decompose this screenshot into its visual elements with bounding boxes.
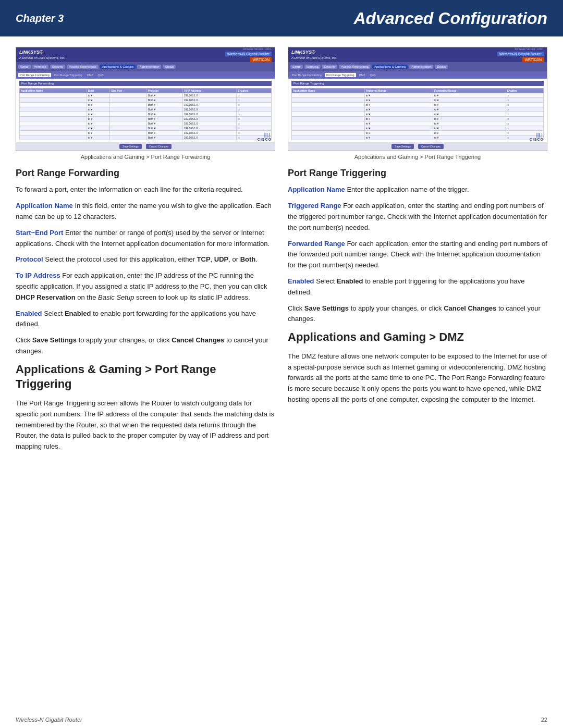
left-screenshot-caption: Applications and Gaming > Port Range For…: [16, 154, 275, 160]
ss-col-end: End Port: [110, 89, 146, 93]
prt-heading: Port Range Triggering: [288, 167, 547, 179]
right-screenshot-caption: Applications and Gaming > Port Range Tri…: [288, 154, 547, 160]
cisco-r-text: CISCO: [530, 138, 544, 141]
ss-left-nav: Setup Wireless Security Access Restricti…: [16, 62, 275, 71]
ss-nav-access: Access Restrictions: [67, 65, 98, 69]
page-title: Advanced Configuration: [353, 9, 547, 28]
table-row: to ¥to ¥□: [292, 103, 544, 107]
prf-term-toip: To IP Address For each application, ente…: [16, 270, 275, 303]
prf-term-toip-label: To IP Address: [16, 272, 60, 279]
table-row: to ¥to ¥□: [292, 135, 544, 140]
ss-r-cancel-btn[interactable]: Cancel Changes: [418, 144, 444, 149]
ss-col-ip: To IP Address: [182, 89, 237, 93]
ss-r-nav-apps: Applications & Gaming: [372, 65, 408, 69]
ss-right-footer: Save Settings Cancel Changes: [288, 142, 547, 151]
table-row: to ¥Both ¥192.168.1.0□: [20, 121, 272, 126]
prf-term-appname: Application Name In this field, enter th…: [16, 201, 275, 223]
table-row: to ¥Both ¥192.168.1.0□: [20, 126, 272, 131]
ss-left-footer: Save Settings Cancel Changes: [16, 142, 275, 151]
ss-sub-prf: Port Range Forwarding: [18, 73, 51, 77]
prt-term-appname: Application Name Enter the application n…: [288, 184, 547, 195]
ss-left-title: Port Range Forwarding: [19, 81, 272, 86]
table-row: to ¥to ¥□: [292, 112, 544, 117]
cisco-bars-icon: |||.|.: [258, 132, 272, 138]
ss-r-nav-setup: Setup: [290, 65, 303, 69]
ss-product-name: Wireless-N Gigabit Router: [225, 52, 272, 56]
ss-nav-apps: Applications & Gaming: [100, 65, 136, 69]
ss-r-nav-security: Security: [322, 65, 338, 69]
prf-save-line: Click Save Settings to apply your change…: [16, 335, 275, 357]
cisco-r-bars-icon: |||.|.: [530, 132, 544, 138]
ss-col-appname: Application Name: [20, 89, 87, 93]
page-header: Chapter 3 Advanced Configuration: [0, 0, 563, 36]
prt-large-intro: The Port Range Triggering screen allows …: [16, 398, 275, 452]
ss-right-cisco: |||.|. CISCO: [530, 132, 544, 141]
prt-term-triggered: Triggered Range For each application, en…: [288, 201, 547, 233]
page-footer: Wireless-N Gigabit Router 22: [0, 717, 563, 723]
ss-nav-setup: Setup: [18, 65, 31, 69]
left-column: LINKSYS®A Division of Cisco Systems, Inc…: [16, 47, 275, 458]
footer-page: 22: [541, 717, 547, 723]
ss-nav-admin: Administration: [137, 65, 161, 69]
table-row: to ¥Both ¥192.168.1.0□: [20, 117, 272, 121]
left-screenshot: LINKSYS®A Division of Cisco Systems, Inc…: [16, 47, 275, 151]
ss-r-nav-access: Access Restrictions: [339, 65, 370, 69]
ss-cancel-btn[interactable]: Cancel Changes: [146, 144, 172, 149]
prf-term-startend: Start~End Port Enter the number or range…: [16, 228, 275, 250]
table-row: to ¥to ¥□: [292, 107, 544, 112]
ss-r-col-forwarded: Forwarded Range: [433, 89, 506, 93]
prf-term-startend-label: Start~End Port: [16, 229, 63, 237]
ss-model: WRT310N: [250, 57, 272, 62]
prt-term-enabled-label: Enabled: [288, 277, 314, 285]
dmz-heading: Applications and Gaming > DMZ: [288, 330, 547, 345]
table-row: to ¥Both ¥192.168.1.0□: [20, 112, 272, 117]
page-content: LINKSYS®A Division of Cisco Systems, Inc…: [0, 36, 563, 488]
ss-left-logo: LINKSYS®A Division of Cisco Systems, Inc…: [19, 50, 65, 60]
ss-nav-wireless: Wireless: [32, 65, 48, 69]
right-screenshot: LINKSYS®A Division of Cisco Systems, Inc…: [288, 47, 547, 151]
table-row: to ¥to ¥□: [292, 121, 544, 126]
ss-r-nav-wireless: Wireless: [304, 65, 321, 69]
port-range-forwarding-section: Port Range Forwarding To forward a port,…: [16, 167, 275, 357]
table-row: to ¥Both ¥192.168.1.0□: [20, 131, 272, 135]
ss-r-sub-dmz: DMZ: [358, 73, 367, 77]
ss-nav-status: Status: [163, 65, 176, 69]
ss-r-sub-prt: Port Range Triggering: [325, 73, 356, 77]
ss-col-start: Start: [87, 89, 110, 93]
ss-r-save-btn[interactable]: Save Settings: [391, 144, 414, 149]
prt-term-enabled: Enabled Select Enabled to enable port tr…: [288, 276, 547, 298]
table-row: to ¥to ¥□: [292, 117, 544, 121]
table-row: to ¥to ¥□: [292, 93, 544, 98]
port-range-triggering-section: Port Range Triggering Application Name E…: [288, 167, 547, 325]
table-row: to ¥Both ¥192.168.1.0□: [20, 98, 272, 103]
ss-right-firmware: Firmware Version: 1.00.1: [515, 47, 544, 51]
prt-term-triggered-label: Triggered Range: [288, 202, 341, 209]
ss-r-col-appname: Application Name: [292, 89, 365, 93]
ss-col-protocol: Protocol: [146, 89, 182, 93]
screenshots-row: LINKSYS®A Division of Cisco Systems, Inc…: [16, 47, 547, 458]
ss-sub-qos: QoS: [96, 73, 105, 77]
prf-intro: To forward a port, enter the information…: [16, 184, 275, 195]
ss-r-nav-admin: Administration: [409, 65, 433, 69]
ss-r-sub-qos: QoS: [369, 73, 377, 77]
prt-term-appname-label: Application Name: [288, 186, 345, 193]
dmz-intro: The DMZ feature allows one network compu…: [288, 351, 547, 405]
ss-left-table: Application Name Start End Port Protocol…: [19, 88, 272, 140]
ss-right-nav: Setup Wireless Security Access Restricti…: [288, 62, 547, 71]
table-row: to ¥Both ¥192.168.1.0□: [20, 93, 272, 98]
prt-save-line: Click Save Settings to apply your change…: [288, 303, 547, 325]
prf-term-protocol-label: Protocol: [16, 255, 43, 263]
table-row: to ¥to ¥□: [292, 98, 544, 103]
ss-nav-security: Security: [50, 65, 66, 69]
prt-term-forwarded-label: Forwarded Range: [288, 240, 345, 248]
ss-right-product: Wireless-N Gigabit Router: [497, 52, 544, 56]
table-row: to ¥Both ¥192.168.1.0□: [20, 103, 272, 107]
ss-right-model: WRT310N: [522, 57, 544, 62]
ss-left-cisco: |||.|. CISCO: [258, 132, 272, 141]
ss-r-col-triggered: Triggered Range: [364, 89, 433, 93]
dmz-section: Applications and Gaming > DMZ The DMZ fe…: [288, 330, 547, 405]
chapter-label: Chapter 3: [16, 13, 64, 24]
ss-sub-dmz: DMZ: [85, 73, 95, 77]
ss-save-btn[interactable]: Save Settings: [119, 144, 142, 149]
table-row: to ¥to ¥□: [292, 131, 544, 135]
